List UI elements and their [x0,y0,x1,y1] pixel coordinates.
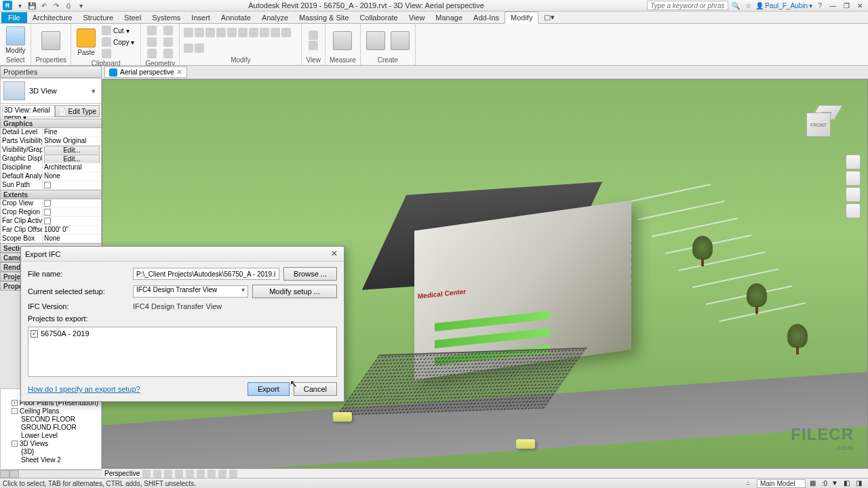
view-mode-label[interactable]: Perspective [104,470,140,477]
tree-item-ceiling-plans[interactable]: -Ceiling Plans [2,407,100,415]
prop-discipline-value[interactable]: Architectural [43,163,101,172]
edit-button-2[interactable]: Edit... [44,155,100,163]
cut-button[interactable]: Cut ▾ [100,25,136,36]
tree-item-3d-views[interactable]: -3D Views [2,439,100,447]
prop-far-clip-active-value[interactable] [43,217,101,226]
edit-button-1[interactable]: Edit... [44,146,100,155]
create-button-1[interactable] [365,30,387,52]
qat-more-icon[interactable]: ▾ [76,1,85,10]
prop-sun-path-value[interactable] [43,181,101,190]
reveal-icon[interactable] [208,470,216,478]
render-icon[interactable] [175,470,183,478]
nav-pan-icon[interactable] [846,171,861,186]
tree-collapse-icon[interactable]: - [12,408,18,414]
align-icon[interactable] [271,28,280,37]
prop-crop-view-value[interactable] [43,199,101,208]
ribbon-tab-analyze[interactable]: Analyze [256,12,294,23]
view-icon-2[interactable] [309,41,318,50]
sel-icon-1[interactable]: ◧ [844,479,852,487]
ribbon-tab-insert[interactable]: Insert [186,12,216,23]
create-button-2[interactable] [389,30,411,52]
keyword-search-input[interactable] [647,1,728,10]
properties-button[interactable] [40,30,62,52]
ribbon-tab-addins[interactable]: Add-Ins [468,12,505,23]
help-link[interactable]: How do I specify an export setup? [28,385,140,393]
qat-undo-icon[interactable]: ↶ [39,1,49,10]
ribbon-tab-systems[interactable]: Systems [146,12,186,23]
scale-icon[interactable] [281,28,291,37]
ribbon-tab-collaborate[interactable]: Collaborate [354,12,403,23]
dialog-close-button[interactable]: ✕ [329,249,340,260]
trim-icon[interactable] [216,28,226,37]
geom-btn-3[interactable] [145,48,159,59]
ribbon-tab-manage[interactable]: Manage [430,12,468,23]
minimize-button[interactable]: — [827,1,838,10]
sel-icon-2[interactable]: ◨ [856,479,864,487]
close-button[interactable]: ✕ [854,1,865,10]
file-name-input[interactable] [133,268,279,280]
tree-item-sheet-view-2[interactable]: Sheet View 2 [2,455,100,464]
nav-wheel-icon[interactable] [846,155,861,169]
geom-btn-4[interactable] [161,25,175,36]
ribbon-tab-steel[interactable]: Steel [119,12,146,23]
measure-button[interactable] [332,30,353,52]
copy-icon-2[interactable] [195,28,204,37]
setup-dropdown[interactable]: IFC4 Design Transfer View [133,285,248,298]
ribbon-tab-view[interactable]: View [403,12,431,23]
section-graphics[interactable]: Graphics [0,119,102,128]
ribbon-tab-structure[interactable]: Structure [77,12,119,23]
modify-setup-button[interactable]: Modify setup ... [252,285,337,298]
tree-item-second-floor[interactable]: SECOND FLOOR [2,415,100,423]
browse-button[interactable]: Browse ... [283,267,337,281]
checkbox-icon[interactable] [44,218,51,224]
modify-tool-button[interactable]: Modify [4,25,26,56]
projects-listbox[interactable]: ✓ 56750A - 2019 [28,327,337,377]
export-button[interactable]: Export [248,382,290,396]
view-tab-aerial[interactable]: Aerial perspective ✕ [104,66,187,78]
dialog-titlebar[interactable]: Export IFC ✕ [21,247,344,262]
filter-icon[interactable]: ▼ [831,479,840,487]
tree-item-ground-floor[interactable]: GROUND FLOOR [2,423,100,431]
mirror-icon[interactable] [249,28,258,37]
nav-orbit-icon[interactable] [846,203,861,218]
ribbon-tab-annotate[interactable]: Annotate [216,12,256,23]
ribbon-tab-modify[interactable]: Modify [505,12,538,24]
tree-expand-icon[interactable]: + [12,400,18,406]
prop-crop-region-value[interactable] [43,208,101,217]
qat-redo-icon[interactable]: ↷ [52,1,61,10]
type-selector[interactable]: 3D View ▾ [0,78,102,104]
browser-scrollbar[interactable] [0,470,102,478]
sun-path-icon[interactable] [153,470,161,478]
copy-button[interactable]: Copy ▾ [100,37,136,47]
section-extents[interactable]: Extents [0,190,102,199]
prop-parts-vis-value[interactable]: Show Original [43,137,101,146]
tree-item-3d[interactable]: {3D} [2,447,100,455]
paste-button[interactable]: Paste [75,27,97,58]
crop-icon[interactable] [186,470,194,478]
restore-button[interactable]: ❐ [841,1,852,10]
match-button[interactable] [100,48,136,59]
pin-icon[interactable] [184,43,193,53]
delete-icon[interactable] [195,43,204,53]
move-icon[interactable] [184,28,193,37]
project-checkbox[interactable]: ✓ [31,330,38,338]
checkbox-icon[interactable] [44,182,51,188]
qat-save-icon[interactable]: 💾 [27,1,37,10]
editable-only-icon[interactable]: ▦ [810,479,818,487]
ribbon-collapse-icon[interactable]: ▢▾ [538,12,560,23]
checkbox-icon[interactable] [44,200,51,207]
app-logo[interactable]: R [3,1,12,10]
ribbon-tab-architecture[interactable]: Architecture [27,12,78,23]
tree-item-lower-level-2[interactable]: Lower Level [2,431,100,439]
shadows-icon[interactable] [164,470,172,478]
edit-type-button[interactable]: 📄 Edit Type [55,105,100,117]
split-icon[interactable] [227,28,237,37]
array-icon[interactable] [238,28,248,37]
hide-icon[interactable] [197,470,205,478]
visual-style-icon[interactable] [142,470,151,478]
close-tab-icon[interactable]: ✕ [176,68,182,77]
cancel-button[interactable]: Cancel [294,382,337,396]
view-icon-1[interactable] [309,30,318,40]
prop-detail-level-value[interactable]: Fine [43,128,101,137]
vc-icon-8[interactable] [218,470,226,478]
